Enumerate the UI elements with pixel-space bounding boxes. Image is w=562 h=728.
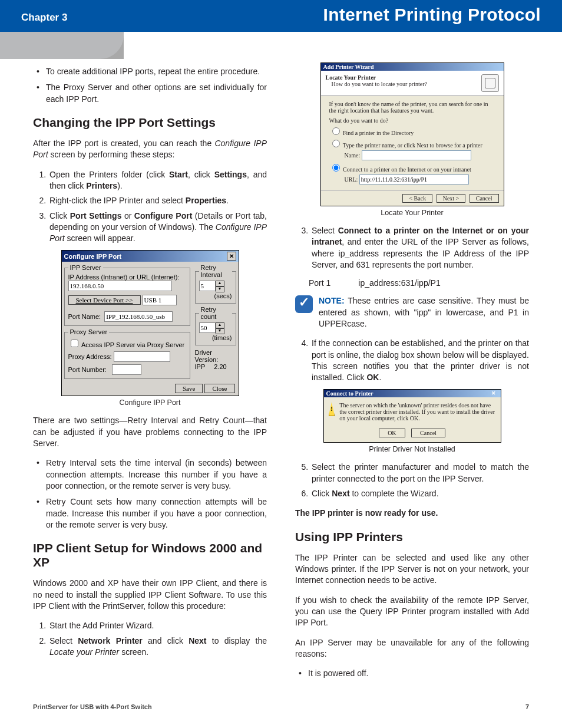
radio-find-directory-input[interactable] bbox=[332, 127, 340, 135]
using-p1: The IPP Printer can be selected and used… bbox=[295, 552, 529, 587]
r6-b: Next bbox=[332, 489, 349, 498]
retry-count-label: Retry count bbox=[199, 306, 232, 320]
wizard-question: What do you want to do? bbox=[329, 117, 495, 124]
cancel-button[interactable]: Cancel bbox=[470, 194, 499, 203]
changing-step-2: Right-click the IPP Printer and select P… bbox=[48, 195, 267, 206]
right-step-5: Select the printer manufacturer and mode… bbox=[310, 462, 529, 485]
close-icon[interactable]: ✕ bbox=[227, 252, 236, 261]
retry-count-spinner[interactable]: ▲▼ bbox=[199, 322, 224, 334]
printer-name-input[interactable] bbox=[362, 150, 471, 160]
right-steps-4: If the connection can be established, an… bbox=[295, 338, 529, 383]
s1-mid1: , click bbox=[188, 170, 214, 179]
s3-pre: Click bbox=[49, 211, 70, 220]
ip-address-input[interactable] bbox=[68, 281, 172, 291]
changing-intro-b: screen by performing these steps: bbox=[48, 150, 175, 159]
s1-pre: Open the Printers folder (click bbox=[49, 170, 169, 179]
r3-pre: Select bbox=[312, 226, 338, 235]
r4-c: . bbox=[379, 373, 381, 382]
url-input[interactable] bbox=[359, 174, 469, 185]
page-header: Chapter 3 Internet Printing Protocol bbox=[0, 0, 562, 32]
changing-step-3: Click Port Settings or Configure Port (D… bbox=[48, 210, 267, 245]
proxy-port-input[interactable] bbox=[112, 364, 141, 375]
footer-page-number: 7 bbox=[525, 703, 529, 710]
chevron-down-icon[interactable]: ▼ bbox=[216, 328, 224, 334]
device-port-field[interactable] bbox=[143, 295, 177, 305]
radio-connect-internet[interactable]: Connect to a printer on the Internet or … bbox=[329, 162, 495, 173]
msg-text: The server on which the 'unknown' printe… bbox=[339, 402, 495, 421]
wizard-hint: If you don't know the name of the printe… bbox=[329, 101, 495, 114]
chevron-up-icon[interactable]: ▲ bbox=[216, 322, 224, 328]
s3-post: screen will appear. bbox=[65, 233, 135, 243]
configure-ipp-port-dialog: Configure IPP Port ✕ IPP Server IP Addre… bbox=[61, 250, 239, 396]
url-label: URL: bbox=[345, 176, 358, 183]
cs2-pre: Select bbox=[49, 636, 78, 645]
s1-b1: Start bbox=[169, 170, 188, 179]
right-steps-3: Select Connect to a printer on the Inter… bbox=[295, 225, 529, 271]
port-name-input[interactable] bbox=[104, 311, 173, 322]
radio-find-directory[interactable]: Find a printer in the Directory bbox=[329, 126, 495, 136]
ok-button[interactable]: OK bbox=[379, 429, 405, 437]
cancel-button[interactable]: Cancel bbox=[411, 429, 445, 437]
proxy-checkbox-row[interactable]: Access IPP Server via Proxy Server bbox=[68, 338, 186, 349]
s1-b2: Settings bbox=[214, 170, 247, 179]
next-button[interactable]: Next > bbox=[437, 194, 466, 203]
printer-name-label: Name: bbox=[345, 152, 361, 159]
port-url-table: Port 1 ip_address:631/ipp/P1 bbox=[307, 276, 442, 289]
footer-product: PrintServer for USB with 4-Port Switch bbox=[33, 703, 152, 710]
r6-a: Click bbox=[312, 489, 332, 498]
group-proxy-server: Proxy Server Access IPP Server via Proxy… bbox=[64, 328, 190, 379]
select-device-port-button[interactable]: Select Device Port >> bbox=[68, 295, 141, 305]
proxy-checkbox[interactable] bbox=[71, 340, 78, 347]
retry-explain: There are two settings—Retry Interval an… bbox=[33, 415, 267, 449]
msg-title: Connect to Printer bbox=[326, 390, 373, 397]
right-step-3: Select Connect to a printer on the Inter… bbox=[310, 225, 529, 271]
save-button[interactable]: Save bbox=[175, 384, 203, 393]
radio-type-name-input[interactable] bbox=[332, 140, 340, 147]
retry-count-input[interactable] bbox=[199, 322, 216, 333]
figure-caption-driver: Printer Driver Not Installed bbox=[295, 445, 529, 453]
close-icon[interactable]: ✕ bbox=[491, 390, 498, 397]
warning-icon bbox=[329, 402, 335, 416]
using-bullets: It is powered off. bbox=[295, 668, 529, 679]
right-step-6: Click Next to complete the Wizard. bbox=[310, 488, 529, 499]
close-button[interactable]: Close bbox=[204, 384, 234, 393]
group-retry-count: Retry count ▲▼ (times) bbox=[195, 306, 236, 345]
r3-post: , and enter the URL of the IPP Server as… bbox=[312, 237, 529, 269]
checkmark-icon bbox=[295, 295, 313, 313]
proxy-checkbox-label: Access IPP Server via Proxy Server bbox=[81, 341, 184, 348]
chapter-label: Chapter 3 bbox=[21, 12, 67, 24]
ready-line: The IPP printer is now ready for use. bbox=[295, 508, 529, 519]
retry-interval-input[interactable] bbox=[199, 281, 216, 291]
group-retry-interval: Retry Interval ▲▼ (secs) bbox=[195, 264, 236, 304]
using-bullet-1: It is powered off. bbox=[308, 668, 529, 679]
proxy-address-input[interactable] bbox=[114, 351, 170, 362]
intro-bullet-1: To create additional IPP ports, repeat t… bbox=[46, 66, 267, 77]
using-p3: An IPP Server may be unavailable for any… bbox=[295, 637, 529, 660]
chevron-up-icon[interactable]: ▲ bbox=[216, 281, 224, 286]
cs2-ital: Locate your Printer bbox=[49, 647, 119, 657]
retry-count-units: (times) bbox=[199, 334, 232, 341]
page-title: Internet Printing Protocol bbox=[323, 5, 541, 25]
s2-b1: Properties bbox=[186, 196, 226, 205]
retry-interval-spinner[interactable]: ▲▼ bbox=[199, 281, 224, 292]
radio-type-name[interactable]: Type the printer name, or click Next to … bbox=[329, 138, 495, 149]
printer-icon bbox=[481, 74, 499, 92]
radio-connect-internet-input[interactable] bbox=[332, 164, 340, 172]
radio-type-name-label: Type the printer name, or click Next to … bbox=[343, 142, 482, 149]
dialog-title: Configure IPP Port bbox=[64, 253, 122, 260]
changing-intro-a: After the IPP port is created, you can r… bbox=[33, 139, 214, 148]
figure-caption-locate: Locate Your Printer bbox=[295, 209, 529, 217]
wizard-titlebar: Add Printer Wizard bbox=[321, 63, 504, 71]
s2-post: . bbox=[226, 196, 229, 205]
chevron-down-icon[interactable]: ▼ bbox=[216, 286, 224, 292]
proxy-port-label: Port Number: bbox=[68, 366, 107, 373]
back-button[interactable]: < Back bbox=[402, 194, 432, 203]
changing-step-1: Open the Printers folder (click Start, c… bbox=[48, 169, 267, 192]
heading-ipp-client-setup: IPP Client Setup for Windows 2000 and XP bbox=[33, 541, 267, 569]
cs2-mid: and click bbox=[143, 636, 189, 645]
group-ipp-server: IPP Server IP Address (Intranet) or URL … bbox=[64, 264, 190, 326]
cs2-b1: Network Printer bbox=[78, 636, 143, 645]
retry-bullet-2: Retry Count sets how many connection att… bbox=[46, 496, 267, 531]
header-tab-shadow bbox=[0, 32, 562, 59]
retry-interval-units: (secs) bbox=[199, 292, 232, 299]
